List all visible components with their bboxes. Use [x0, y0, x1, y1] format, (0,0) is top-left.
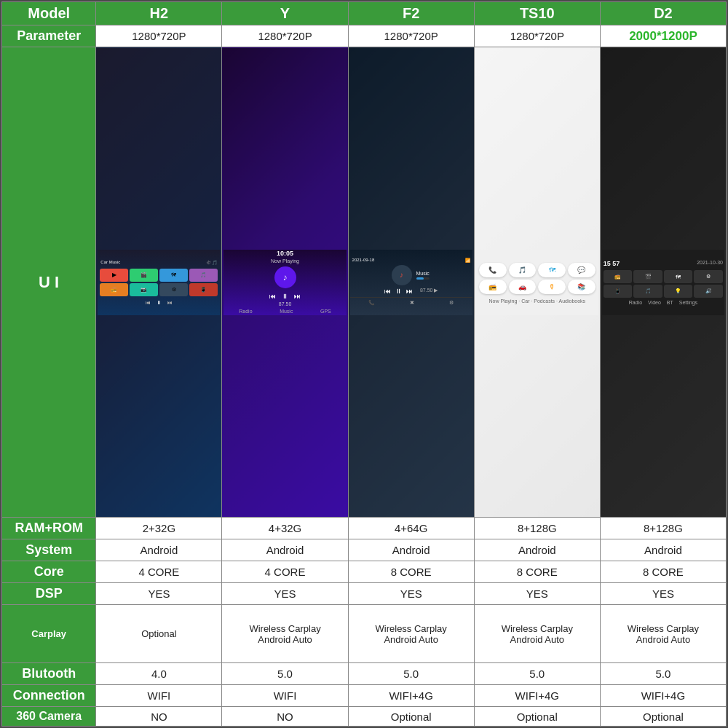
dsp-row: DSP YES YES YES YES YES: [2, 583, 727, 605]
system-label: System: [2, 539, 96, 561]
ui-h2: Car Music ⏱ 🎵 ▶ 🎬 🗺 🎵 📻 📷 ⚙ 📱: [96, 47, 222, 518]
bt-ts10: 5.0: [474, 663, 600, 685]
carplay-label: Carplay: [2, 605, 96, 663]
ui-d2: 15 57 2021-10-30 📻 🎬 🗺 ⚙ 📱 🎵 💡 🔊: [600, 47, 726, 518]
conn-ts10: WIFI+4G: [474, 685, 600, 707]
ram-f2: 4+64G: [348, 518, 474, 539]
dsp-f2: YES: [348, 583, 474, 605]
comparison-table: Model H2 Y F2 TS10 D2 Parameter 1280*720…: [0, 0, 728, 728]
core-row: Core 4 CORE 4 CORE 8 CORE 8 CORE 8 CORE: [2, 561, 727, 583]
core-f2: 8 CORE: [348, 561, 474, 583]
bt-y: 5.0: [222, 663, 348, 685]
param-ts10: 1280*720P: [474, 25, 600, 47]
dsp-y: YES: [222, 583, 348, 605]
header-row: Model H2 Y F2 TS10 D2: [2, 2, 727, 25]
ui-row: U I Car Music ⏱ 🎵 ▶ 🎬 🗺 🎵 📻: [2, 47, 727, 518]
ram-rom-row: RAM+ROM 2+32G 4+32G 4+64G 8+128G 8+128G: [2, 518, 727, 539]
camera-label: 360 Camera: [2, 707, 96, 727]
bluetooth-row: Blutooth 4.0 5.0 5.0 5.0 5.0: [2, 663, 727, 685]
param-f2: 1280*720P: [348, 25, 474, 47]
cam-ts10: Optional: [474, 707, 600, 727]
conn-f2: WIFI+4G: [348, 685, 474, 707]
conn-d2: WIFI+4G: [600, 685, 726, 707]
ui-y: 10:05 Now Playing ♪ ⏮⏸⏭ 87.50 Radio Musi…: [222, 47, 348, 518]
core-ts10: 8 CORE: [474, 561, 600, 583]
header-y: Y: [222, 2, 348, 25]
ui-f2: 2021-09-18 📶 ♪ Music ⏮⏸⏭ 87.: [348, 47, 474, 518]
core-d2: 8 CORE: [600, 561, 726, 583]
conn-y: WIFI: [222, 685, 348, 707]
bt-f2: 5.0: [348, 663, 474, 685]
param-y: 1280*720P: [222, 25, 348, 47]
param-d2: 2000*1200P: [600, 25, 726, 47]
ram-rom-label: RAM+ROM: [2, 518, 96, 539]
bt-h2: 4.0: [96, 663, 222, 685]
parameter-label: Parameter: [2, 25, 96, 47]
conn-h2: WIFI: [96, 685, 222, 707]
bt-d2: 5.0: [600, 663, 726, 685]
ram-y: 4+32G: [222, 518, 348, 539]
ram-ts10: 8+128G: [474, 518, 600, 539]
cam-h2: NO: [96, 707, 222, 727]
header-ts10: TS10: [474, 2, 600, 25]
carplay-d2: Wireless Carplay Android Auto: [600, 605, 726, 663]
carplay-h2: Optional: [96, 605, 222, 663]
system-row: System Android Android Android Android A…: [2, 539, 727, 561]
carplay-ts10: Wireless Carplay Android Auto: [474, 605, 600, 663]
core-h2: 4 CORE: [96, 561, 222, 583]
sys-ts10: Android: [474, 539, 600, 561]
model-label: Model: [2, 2, 96, 25]
header-f2: F2: [348, 2, 474, 25]
dsp-label: DSP: [2, 583, 96, 605]
ram-h2: 2+32G: [96, 518, 222, 539]
dsp-ts10: YES: [474, 583, 600, 605]
sys-f2: Android: [348, 539, 474, 561]
core-y: 4 CORE: [222, 561, 348, 583]
bluetooth-label: Blutooth: [2, 663, 96, 685]
dsp-h2: YES: [96, 583, 222, 605]
cam-d2: Optional: [600, 707, 726, 727]
dsp-d2: YES: [600, 583, 726, 605]
connection-row: Connection WIFI WIFI WIFI+4G WIFI+4G WIF…: [2, 685, 727, 707]
carplay-f2: Wireless Carplay Android Auto: [348, 605, 474, 663]
sys-d2: Android: [600, 539, 726, 561]
ram-d2: 8+128G: [600, 518, 726, 539]
parameter-row: Parameter 1280*720P 1280*720P 1280*720P …: [2, 25, 727, 47]
header-d2: D2: [600, 2, 726, 25]
ui-label: U I: [2, 47, 96, 518]
cam-y: NO: [222, 707, 348, 727]
connection-label: Connection: [2, 685, 96, 707]
sys-h2: Android: [96, 539, 222, 561]
header-h2: H2: [96, 2, 222, 25]
cam-f2: Optional: [348, 707, 474, 727]
sys-y: Android: [222, 539, 348, 561]
carplay-row: Carplay Optional Wireless Carplay Androi…: [2, 605, 727, 663]
carplay-y: Wireless Carplay Android Auto: [222, 605, 348, 663]
ui-ts10: 📞 🎵 🗺 💬 📻 🚗 🎙 📚 Now Playing · Car · Podc…: [474, 47, 600, 518]
core-label: Core: [2, 561, 96, 583]
param-h2: 1280*720P: [96, 25, 222, 47]
camera-row: 360 Camera NO NO Optional Optional Optio…: [2, 707, 727, 727]
